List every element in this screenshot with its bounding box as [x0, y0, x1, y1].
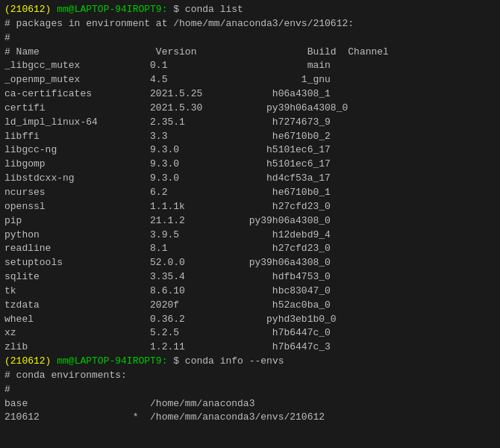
pkg-libgcc-ng: libgcc-ng 9.3.0 h5101ec6_17 [4, 143, 496, 158]
pkg-python: python 3.9.5 h12debd9_4 [4, 228, 496, 243]
pkg-setuptools: setuptools 52.0.0 py39h06a4308_0 [4, 256, 496, 270]
pkg-xz: xz 5.2.5 h7b6447c_0 [4, 326, 496, 340]
pkg-zlib: zlib 1.2.11 h7b6447c_3 [4, 340, 496, 355]
pkg-libgomp: libgomp 9.3.0 h5101ec6_17 [4, 158, 496, 172]
pkg-openssl: openssl 1.1.1k h27cfd23_0 [4, 200, 496, 214]
prompt-symbol-1: $ conda list [167, 4, 243, 15]
header-line-2: # [4, 31, 496, 46]
terminal-window: (210612) mm@LAPTOP-94IROPT9: $ conda lis… [0, 0, 500, 448]
user-host-1: mm@LAPTOP-94IROPT9: [51, 4, 167, 15]
envs-header-1: # conda environments: [4, 369, 496, 383]
env-badge-1: (210612) [4, 4, 51, 15]
pkg-libgcc-mutex: _libgcc_mutex 0.1 main [4, 59, 496, 73]
prompt-symbol-2: $ conda info --envs [167, 355, 284, 367]
env-badge-2: (210612) [4, 355, 51, 367]
pkg-libffi: libffi 3.3 he6710b0_2 [4, 130, 496, 144]
pkg-wheel: wheel 0.36.2 pyhd3eb1b0_0 [4, 313, 496, 327]
pkg-libstdcxx-ng: libstdcxx-ng 9.3.0 hd4cf53a_17 [4, 172, 496, 186]
pkg-tk: tk 8.6.10 hbc83047_0 [4, 284, 496, 299]
pkg-ca-certificates: ca-certificates 2021.5.25 h06a4308_1 [4, 87, 496, 102]
prompt-line-2: (210612) mm@LAPTOP-94IROPT9: $ conda inf… [4, 355, 496, 369]
pkg-ncurses: ncurses 6.2 he6710b0_1 [4, 186, 496, 200]
env-base: base /home/mm/anaconda3 [4, 397, 496, 411]
pkg-openmp-mutex: _openmp_mutex 4.5 1_gnu [4, 73, 496, 87]
header-line-1: # packages in environment at /home/mm/an… [4, 17, 496, 31]
user-host-2: mm@LAPTOP-94IROPT9: [51, 355, 167, 367]
column-headers: # Name Version Build Channel [4, 46, 496, 60]
prompt-line-1: (210612) mm@LAPTOP-94IROPT9: $ conda lis… [4, 3, 496, 17]
pkg-certifi: certifi 2021.5.30 py39h06a4308_0 [4, 102, 496, 116]
envs-header-2: # [4, 383, 496, 397]
env-210612: 210612 * /home/mm/anaconda3/envs/210612 [4, 411, 496, 425]
pkg-sqlite: sqlite 3.35.4 hdfb4753_0 [4, 270, 496, 284]
pkg-tzdata: tzdata 2020f h52ac0ba_0 [4, 299, 496, 313]
pkg-ld-impl: ld_impl_linux-64 2.35.1 h7274673_9 [4, 116, 496, 130]
pkg-pip: pip 21.1.2 py39h06a4308_0 [4, 214, 496, 228]
pkg-readline: readline 8.1 h27cfd23_0 [4, 242, 496, 256]
